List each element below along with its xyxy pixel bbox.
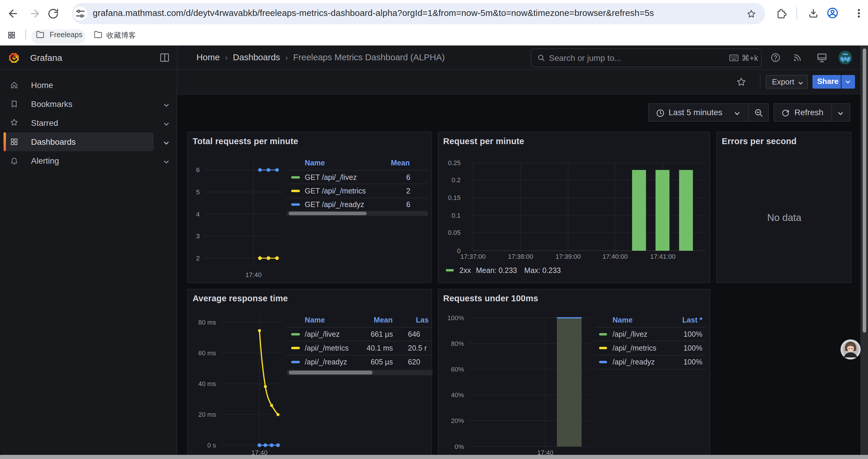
svg-text:0.15: 0.15 xyxy=(447,194,460,202)
svg-text:3: 3 xyxy=(196,233,199,240)
svg-text:/api/_/metrics: /api/_/metrics xyxy=(305,344,349,352)
svg-text:646: 646 xyxy=(408,330,420,338)
svg-text:5: 5 xyxy=(196,189,199,196)
svg-text:17:40:00: 17:40:00 xyxy=(602,253,627,260)
svg-text:6: 6 xyxy=(406,201,410,209)
svg-text:0 s: 0 s xyxy=(207,442,216,449)
svg-text:/api/_/metrics: /api/_/metrics xyxy=(612,344,656,352)
svg-text:100%: 100% xyxy=(447,315,464,322)
svg-text:80%: 80% xyxy=(451,340,464,348)
svg-text:60%: 60% xyxy=(451,366,464,373)
svg-text:620: 620 xyxy=(408,358,420,366)
svg-text:6: 6 xyxy=(196,167,199,174)
svg-text:17:40: 17:40 xyxy=(245,271,261,279)
svg-text:Name: Name xyxy=(305,316,325,324)
svg-text:20%: 20% xyxy=(451,417,464,425)
svg-text:0.25: 0.25 xyxy=(447,160,460,167)
svg-text:17:41:00: 17:41:00 xyxy=(650,253,675,260)
svg-text:100%: 100% xyxy=(683,344,702,352)
svg-text:2: 2 xyxy=(406,187,410,195)
svg-text:Mean: 0.233: Mean: 0.233 xyxy=(476,266,517,275)
svg-text:4: 4 xyxy=(196,210,199,218)
svg-text:Max: 0.233: Max: 0.233 xyxy=(524,266,561,275)
svg-text:GET /api/_/livez: GET /api/_/livez xyxy=(305,173,356,182)
svg-text:/api/_/readyz: /api/_/readyz xyxy=(305,358,347,366)
svg-text:Mean: Mean xyxy=(391,159,409,167)
svg-text:17:39:00: 17:39:00 xyxy=(555,253,581,260)
svg-text:2: 2 xyxy=(196,255,199,262)
svg-text:Name: Name xyxy=(612,316,632,324)
svg-text:/api/_/readyz: /api/_/readyz xyxy=(612,358,654,366)
svg-text:17:38:00: 17:38:00 xyxy=(507,253,533,260)
svg-text:/api/_/livez: /api/_/livez xyxy=(305,330,339,338)
svg-text:Las: Las xyxy=(416,316,428,324)
svg-text:40 ms: 40 ms xyxy=(198,381,216,388)
svg-text:0.1: 0.1 xyxy=(451,212,460,220)
svg-text:0%: 0% xyxy=(454,444,464,451)
svg-text:/api/_/livez: /api/_/livez xyxy=(612,330,647,338)
svg-text:605 µs: 605 µs xyxy=(370,358,393,366)
svg-text:17:40: 17:40 xyxy=(537,449,553,455)
svg-text:20 ms: 20 ms xyxy=(198,411,216,419)
svg-text:Last *: Last * xyxy=(682,316,702,324)
svg-text:40%: 40% xyxy=(451,392,464,399)
svg-text:0.05: 0.05 xyxy=(447,229,460,237)
svg-text:GET /api/_/readyz: GET /api/_/readyz xyxy=(305,201,364,209)
svg-text:17:37:00: 17:37:00 xyxy=(460,253,486,260)
svg-text:Name: Name xyxy=(305,159,325,167)
svg-text:80 ms: 80 ms xyxy=(198,319,216,326)
svg-text:GET /api/_/metrics: GET /api/_/metrics xyxy=(305,187,366,195)
svg-text:100%: 100% xyxy=(683,358,702,366)
svg-text:661 µs: 661 µs xyxy=(370,330,393,338)
svg-text:Mean: Mean xyxy=(373,316,392,324)
svg-text:40.1 ms: 40.1 ms xyxy=(366,344,393,352)
svg-text:20.5 r: 20.5 r xyxy=(408,344,427,352)
svg-text:17:40: 17:40 xyxy=(251,449,267,455)
svg-text:0.2: 0.2 xyxy=(451,177,460,184)
svg-text:6: 6 xyxy=(406,173,410,182)
svg-text:0: 0 xyxy=(457,247,460,255)
svg-text:60 ms: 60 ms xyxy=(198,350,216,357)
svg-text:100%: 100% xyxy=(683,330,702,338)
svg-text:2xx: 2xx xyxy=(459,266,471,275)
